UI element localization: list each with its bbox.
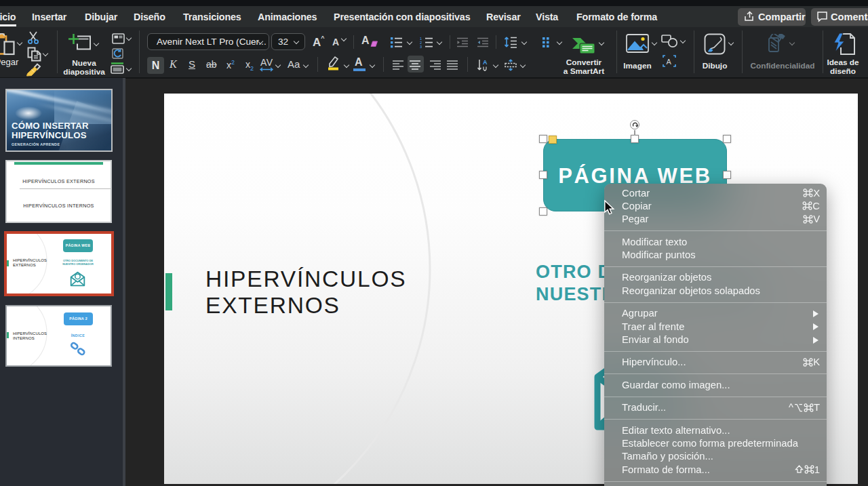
svg-text:A: A (483, 59, 488, 66)
svg-text:A: A (667, 58, 672, 66)
svg-text:3: 3 (420, 45, 422, 48)
